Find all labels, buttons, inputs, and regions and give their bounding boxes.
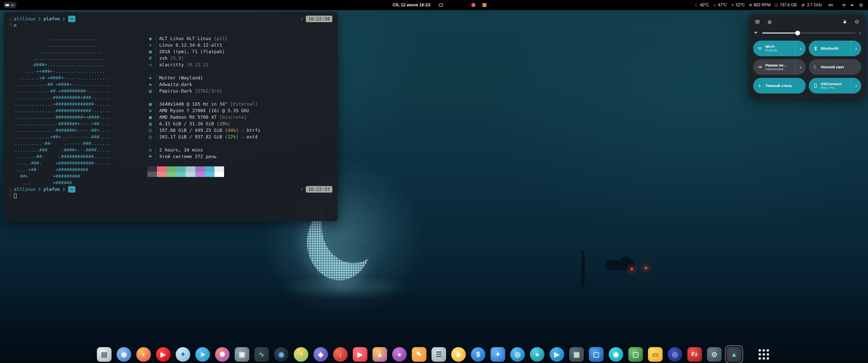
prompt-user: plafon: [43, 15, 60, 22]
dock-item-purple-app[interactable]: ●: [392, 347, 407, 362]
dock-item-video-app[interactable]: ▶: [353, 347, 367, 362]
workspace-icon[interactable]: [10, 4, 14, 6]
dock-item-photos-app[interactable]: ▲: [372, 347, 387, 362]
dock-item-teal-app[interactable]: ●: [530, 347, 545, 362]
dock-item-security-app[interactable]: ✦: [491, 347, 505, 362]
photos-app-icon: ▲: [372, 347, 387, 362]
dock-item-media-suite[interactable]: ✺: [215, 347, 229, 362]
toggle-title: Темный стиль: [765, 84, 792, 88]
settings-button[interactable]: ⚙: [765, 18, 774, 27]
workspace-active-icon[interactable]: [5, 4, 9, 6]
info-text: 197.66 GiB / 449.25 GiB (44%) - btrfs: [156, 127, 260, 134]
toggle-gsconnect[interactable]: GSConnectPixel 7 Pro›: [809, 78, 861, 94]
toggle-title: GSConnect: [821, 82, 841, 86]
gsconnect-expand-chevron-icon[interactable]: ›: [850, 78, 861, 94]
dock-item-search-tool[interactable]: ⊙: [707, 347, 722, 362]
packages-icon: ▣: [147, 48, 153, 55]
dock-item-alacritty-terminal[interactable]: ▲: [727, 347, 741, 362]
volume-slider-fill: [762, 33, 798, 34]
dock-item-text-editor[interactable]: ✎: [412, 347, 427, 362]
toggle-body: Режим пи...Сбалансиров...: [753, 59, 795, 75]
prompt-separator: ❯: [62, 186, 65, 193]
volume-icon: [850, 3, 855, 7]
dock-item-navy-ring-app[interactable]: ◎: [668, 347, 682, 362]
shell-prompt: ╭altlinux❯plafon❯~✓16:22:57: [9, 186, 332, 193]
dock-item-download-manager[interactable]: ↓: [333, 347, 348, 362]
dock-item-firefox[interactable]: ◗: [136, 347, 151, 362]
dock-item-gold-gem-app[interactable]: ◆: [451, 347, 466, 362]
palette-swatch: [195, 172, 205, 177]
bluetooth-expand-chevron-icon[interactable]: ›: [850, 41, 861, 56]
info-os: ◉ALT Linux ALT Linux [p11]: [147, 35, 332, 42]
info-text: Linux 6.12.34-6.12-alt1: [156, 42, 222, 48]
power-off-button[interactable]: [852, 18, 861, 27]
dock-item-app-grid[interactable]: [756, 347, 771, 362]
dock-item-screenshot-tool[interactable]: ▣: [235, 347, 249, 362]
toggle-bluetooth[interactable]: Bluetooth›: [809, 41, 861, 56]
dock-item-task-list[interactable]: ☰: [432, 347, 446, 362]
clock-button[interactable]: Сб, 12 июля 16:23: [393, 2, 430, 7]
wifi-expand-chevron-icon[interactable]: ›: [795, 41, 806, 56]
sensor-gpu-temp[interactable]: ☀52°C: [731, 3, 745, 7]
toggle-dark-style[interactable]: ◐Темный стиль: [753, 78, 806, 94]
dock-item-web-browser[interactable]: ✦: [176, 347, 190, 362]
app-indicator-orange-icon[interactable]: [483, 3, 487, 7]
vehicle-tail-light: [644, 267, 648, 269]
info-gpu: ▩AMD Radeon RX 5700 XT [Discrete]: [147, 114, 332, 121]
volume-options-chevron-icon[interactable]: ›: [859, 30, 861, 36]
dock-item-audio-editor[interactable]: ∿: [254, 347, 269, 362]
dock-item-globe-app[interactable]: ◎: [510, 347, 525, 362]
screenshot-tool-icon: ▣: [235, 347, 249, 362]
toggle-power-profile[interactable]: Режим пи...Сбалансиров...›: [753, 59, 806, 75]
terminal-window[interactable]: ╭altlinux❯plafon❯~✓16:22:56 ╰n .........…: [4, 12, 338, 221]
power-profile-expand-chevron-icon[interactable]: ›: [795, 59, 806, 75]
download-manager-icon: ↓: [333, 347, 348, 362]
dock-item-indigo-app[interactable]: ◆: [313, 347, 328, 362]
command-line[interactable]: ╰: [9, 193, 332, 199]
dock-item-files[interactable]: ▤: [97, 347, 112, 362]
sensor-cpu-frequency[interactable]: ⚡2.7 GHz: [801, 3, 822, 7]
dock-item-remote-display[interactable]: ▢: [589, 347, 603, 362]
dock-item-folder-app[interactable]: ▭: [648, 347, 662, 362]
dock-item-youtube-music[interactable]: ▶: [156, 347, 170, 362]
sensor-disk-usage[interactable]: ◫737.6 GB: [775, 3, 797, 7]
dock-item-chromium[interactable]: ◉: [117, 347, 131, 362]
icon-theme-icon: ▤: [147, 88, 153, 94]
prompt-user: plafon: [43, 186, 60, 193]
info-wm: ❖Mutter (Wayland): [147, 75, 332, 81]
dock-item-telegram[interactable]: ➤: [195, 347, 210, 362]
notification-indicator-icon[interactable]: [439, 3, 443, 6]
volume-slider[interactable]: [762, 33, 856, 34]
volume-slider-knob[interactable]: [795, 31, 800, 36]
prompt-separator: ❯: [62, 15, 65, 22]
dock-item-filezilla[interactable]: Fz: [687, 347, 702, 362]
dock-item-color-ball-app[interactable]: ◔: [294, 347, 308, 362]
lock-screen-button[interactable]: [840, 18, 849, 27]
palette-swatch: [205, 166, 215, 172]
app-indicator-pink-icon[interactable]: [471, 3, 475, 7]
prompt-host: altlinux: [14, 15, 36, 22]
sensor-weather[interactable]: ☾40°C: [695, 3, 709, 7]
sensor-cpu-temp[interactable]: ♨47°C: [713, 3, 727, 7]
finance-app-icon: $: [471, 347, 486, 362]
dock-item-cyan-ring-app[interactable]: ◉: [609, 347, 623, 362]
dock-item-player-app[interactable]: ▶: [550, 347, 564, 362]
volume-icon[interactable]: [754, 30, 759, 36]
palette-swatch: [186, 166, 195, 172]
dock-item-steam[interactable]: ◉: [274, 347, 289, 362]
system-status-icons[interactable]: [839, 2, 866, 8]
toggle-wifi[interactable]: Wi-FiPLAFON›: [753, 41, 806, 56]
dock-item-system-monitor[interactable]: ▢: [628, 347, 643, 362]
dock-item-finance-app[interactable]: $: [471, 347, 486, 362]
workspaces-indicator[interactable]: [3, 2, 17, 8]
topbar-right: ☾40°C♨47°C☀52°C☸802 RPM◫737.6 GB⚡2.7 GHz…: [695, 0, 866, 10]
dock-item-container-app[interactable]: ▦: [569, 347, 584, 362]
exit-status-ok: ✓: [301, 15, 303, 22]
toggle-night-light[interactable]: ☾Ночной свет: [809, 59, 861, 75]
sensor-fan-speed[interactable]: ☸802 RPM: [749, 3, 771, 7]
prompt-frame: ╭: [9, 15, 12, 22]
keyboard-layout-indicator[interactable]: en: [826, 2, 835, 8]
toggle-body: ◐Темный стиль: [753, 78, 806, 94]
media-suite-icon: ✺: [215, 347, 229, 362]
screenshot-button[interactable]: [753, 18, 762, 27]
